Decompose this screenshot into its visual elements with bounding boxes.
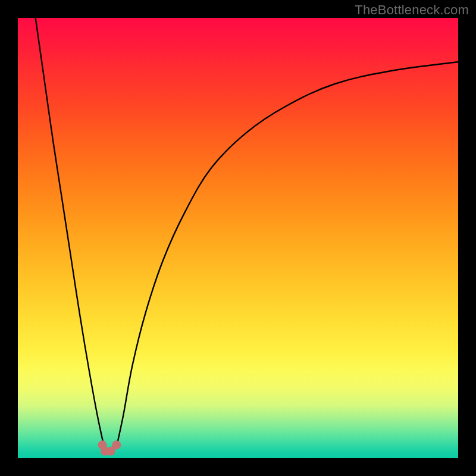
watermark-text: TheBottleneck.com	[355, 2, 469, 18]
plot-svg	[18, 18, 458, 458]
curve-right-branch	[117, 62, 459, 445]
plot-area	[18, 18, 458, 458]
chart-frame: TheBottleneck.com	[0, 0, 476, 476]
curve-left-branch	[36, 18, 104, 445]
valley-marker	[112, 440, 121, 449]
